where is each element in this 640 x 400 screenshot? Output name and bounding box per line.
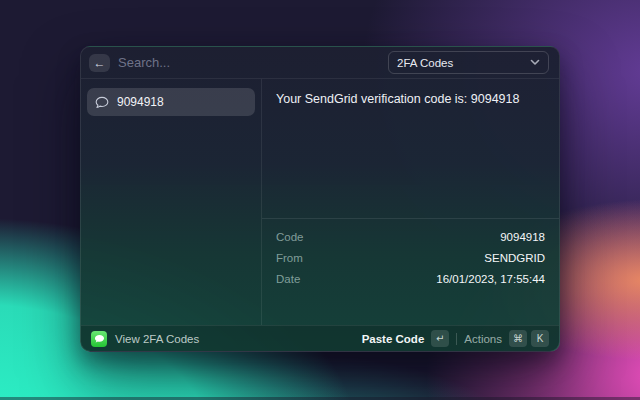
chevron-down-icon [530,59,540,66]
desktop-wallpaper: { "window": { "header": { "back_icon_gly… [0,0,640,400]
metadata-section: Code 9094918 From SENDGRID Date 16/01/20… [262,218,559,296]
message-preview: Your SendGrid verification code is: 9094… [262,79,559,218]
list-item-code[interactable]: 9094918 [87,88,255,116]
launcher-window: ← Search... 2FA Codes 9094918 Your SendG… [80,46,560,352]
return-key-icon[interactable]: ↵ [431,330,449,347]
metadata-value: 9094918 [500,231,545,243]
paste-code-button[interactable]: Paste Code [362,333,425,345]
actions-shortcut: ⌘ K [509,330,549,347]
action-bar: View 2FA Codes Paste Code ↵ Actions ⌘ K [81,325,559,351]
metadata-label: From [276,252,303,264]
actions-menu-button[interactable]: Actions [464,333,502,345]
metadata-label: Code [276,231,304,243]
command-title: View 2FA Codes [115,333,354,345]
k-key-icon[interactable]: K [531,330,549,347]
content-area: 9094918 Your SendGrid verification code … [81,79,559,325]
list-item-label: 9094918 [117,95,164,109]
extension-dropdown[interactable]: 2FA Codes [388,51,549,74]
metadata-label: Date [276,273,300,285]
metadata-value: SENDGRID [484,252,545,264]
results-list: 9094918 [81,79,262,325]
footer-divider [456,333,457,345]
command-key-icon[interactable]: ⌘ [509,330,527,347]
dropdown-value: 2FA Codes [397,57,524,69]
header: ← Search... 2FA Codes [81,47,559,79]
metadata-row-date: Date 16/01/2023, 17:55:44 [262,268,559,289]
metadata-value: 16/01/2023, 17:55:44 [436,273,545,285]
detail-panel: Your SendGrid verification code is: 9094… [262,79,559,325]
chat-bubble-icon [95,96,109,109]
metadata-row-from: From SENDGRID [262,247,559,268]
search-input[interactable]: Search... [118,55,388,70]
back-arrow-icon: ← [94,54,106,72]
footer-actions: Paste Code ↵ Actions ⌘ K [362,330,549,347]
back-button[interactable]: ← [89,54,110,72]
metadata-row-code: Code 9094918 [262,226,559,247]
messages-app-icon [91,331,107,347]
